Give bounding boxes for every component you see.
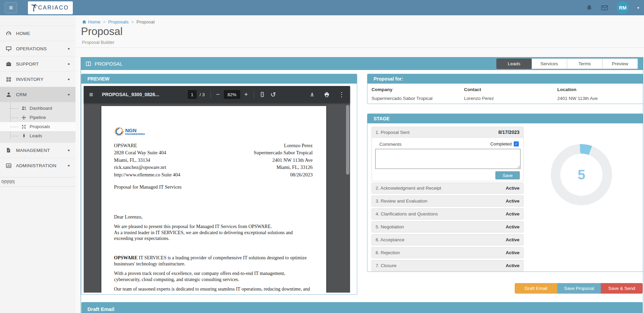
sidebar-item-pipeline[interactable]: Pipeline: [0, 113, 76, 122]
breadcrumb-home-link[interactable]: Home: [82, 19, 100, 24]
status-badge: Active: [506, 224, 519, 229]
pdf-filename: PROPOSAL_9300_0826...: [102, 92, 169, 97]
home-icon: [82, 20, 86, 24]
preview-panel-header: PREVIEW: [81, 74, 357, 84]
status-badge: Active: [506, 237, 519, 242]
sidebar-toggle-button[interactable]: ≡: [5, 2, 17, 13]
doc-sender-block: OPSWARE 2828 Coral Way Suite 404 Miami, …: [114, 142, 180, 178]
sidebar-item-crm[interactable]: CRM ◄: [0, 87, 76, 102]
proposal-for-panel: Proposal for: Company Supermercado Sabor…: [367, 74, 643, 104]
app-logo[interactable]: CARIACO: [28, 1, 73, 14]
sidebar-item-administration[interactable]: ADMINISTRATION ◄: [0, 158, 76, 173]
stage-row-proposal-sent[interactable]: 1. Proposal Sent 8/17/2023: [371, 127, 524, 138]
stage-row[interactable]: 6. Rejection Active: [371, 247, 524, 258]
tab-preview[interactable]: Preview: [602, 58, 638, 69]
doc-logo-line2: ENGINEERING: [125, 133, 145, 136]
user-icon: [5, 92, 12, 98]
page-title: Proposal: [81, 25, 122, 38]
sidebar-item-home[interactable]: HOME: [0, 25, 76, 41]
sidebar-item-leads[interactable]: Leads: [0, 131, 76, 140]
tab-terms[interactable]: Terms: [567, 58, 602, 69]
draft-email-button[interactable]: Draft Email: [515, 283, 557, 294]
tab-services[interactable]: Services: [532, 58, 567, 69]
comments-label: Comments: [379, 142, 401, 147]
doc-paragraph: With a proven track record of excellence…: [114, 271, 313, 282]
rotate-icon[interactable]: ↺: [270, 91, 276, 98]
pdf-page-total: / 3: [200, 92, 205, 97]
messages-envelope-icon[interactable]: [601, 4, 608, 11]
qrcode-icon: [5, 76, 12, 82]
location-field: Location 2401 NW 113th Ave: [557, 87, 598, 101]
completed-checkbox[interactable]: ✓: [514, 141, 519, 146]
sidebar-item-management[interactable]: MANAGEMENT ◄: [0, 142, 76, 158]
status-badge: Active: [506, 211, 519, 216]
expand-arrows-icon: [21, 124, 27, 129]
sidebar-item-dashboard[interactable]: Dashboard: [0, 104, 76, 113]
chevron-left-icon: ◄: [67, 164, 70, 167]
sidebar-subitem-label: Pipeline: [30, 115, 46, 120]
pdf-page-input[interactable]: 1: [188, 90, 197, 99]
stage-panel: STAGE 1. Proposal Sent 8/17/2023 Comment…: [367, 114, 643, 272]
status-badge: Active: [506, 263, 519, 268]
breadcrumb: Home > Proposals > Proposal: [82, 19, 154, 24]
tab-leads[interactable]: Leads: [496, 58, 532, 69]
fit-to-page-icon[interactable]: [260, 92, 265, 97]
sidebar-footer-counters: 0|0|0|0|: [0, 177, 76, 187]
stage-row[interactable]: 2. Acknowledgment and Receipt Active: [371, 182, 524, 194]
page-subtitle: Proposal Builder: [82, 40, 114, 45]
doc-logo-line1: NGN: [125, 128, 145, 133]
status-badge: Active: [506, 198, 519, 204]
pdf-menu-icon[interactable]: ≡: [89, 91, 93, 99]
doc-recipient-block: Lorenzo Perez Supermercado Sabor Tropica…: [254, 142, 313, 178]
preview-panel: PREVIEW ≡ PROPOSAL_9300_0826... 1 / 3 − …: [81, 74, 357, 295]
pdf-zoom-level[interactable]: 82%: [224, 90, 240, 99]
pdf-scrollbar-thumb[interactable]: [346, 105, 349, 175]
sidebar-item-inventory[interactable]: INVENTORY ◄: [0, 71, 76, 87]
download-icon[interactable]: [309, 92, 315, 98]
proposal-panel-header: PROPOSAL Leads Services Terms Preview: [81, 57, 643, 70]
sidebar-item-support[interactable]: SUPPORT ◄: [0, 56, 76, 71]
brand-name: CARIACO: [38, 5, 69, 11]
stage-row[interactable]: 3. Review and Evaluation Active: [371, 195, 524, 207]
doc-salutation: Dear Lorenzo,: [114, 214, 143, 220]
stage-row[interactable]: 4. Clarifications and Questions Active: [371, 208, 524, 220]
stage-date: 8/17/2023: [498, 129, 519, 135]
breadcrumb-separator: >: [103, 20, 105, 24]
tachometer-icon: [5, 31, 12, 36]
status-badge: Active: [506, 186, 519, 191]
bar-chart-icon: [5, 163, 12, 169]
save-proposal-button[interactable]: Save Proposal: [557, 283, 601, 294]
toolbar-divider: [211, 91, 211, 98]
stage-donut-value: 5: [578, 167, 585, 182]
crm-submenu: Dashboard Pipeline Proposals Leads: [0, 102, 76, 142]
stage-donut-hole: 5: [560, 154, 602, 196]
chevron-left-icon: ◄: [67, 149, 70, 152]
stage-row[interactable]: 7. Closure Active: [371, 260, 524, 271]
pdf-toolbar: ≡ PROPOSAL_9300_0826... 1 / 3 − 82% + ↺: [84, 86, 350, 103]
doc-paragraph: OPSWARE IT SERVICES is a leading provide…: [114, 255, 313, 267]
contact-field: Contact Lorenzo Perez: [464, 87, 494, 101]
proposal-for-header: Proposal for:: [367, 74, 643, 84]
file-text-icon: [5, 147, 12, 153]
stage-row[interactable]: 6. Acceptance Active: [371, 234, 524, 245]
sidebar-subitem-label: Dashboard: [30, 106, 52, 111]
sidebar-item-operations[interactable]: OPERATIONS ◄: [0, 41, 76, 56]
user-menu-chevron-icon[interactable]: ▾: [637, 5, 639, 10]
action-buttons: Draft Email Save Proposal Save & Send: [515, 283, 643, 294]
zoom-out-icon[interactable]: −: [216, 91, 220, 98]
save-button[interactable]: Save: [495, 171, 520, 179]
stage-donut: 5: [551, 144, 612, 205]
user-avatar[interactable]: RM: [616, 1, 629, 14]
stage-row[interactable]: 5. Negotiation Active: [371, 221, 524, 232]
save-and-send-button[interactable]: Save & Send: [601, 283, 643, 294]
print-icon[interactable]: [324, 92, 330, 98]
sidebar-item-label: SUPPORT: [16, 62, 67, 67]
zoom-in-icon[interactable]: +: [244, 91, 248, 98]
draft-email-panel-header[interactable]: Draft Email: [81, 302, 643, 313]
comments-textarea[interactable]: [375, 149, 521, 169]
more-vertical-icon[interactable]: ⋮: [338, 91, 345, 98]
notifications-bell-icon[interactable]: [586, 4, 593, 11]
proposal-panel: PROPOSAL Leads Services Terms Preview PR…: [81, 57, 643, 313]
breadcrumb-proposals-link[interactable]: Proposals: [108, 19, 129, 24]
sidebar-item-proposals[interactable]: Proposals: [0, 122, 76, 131]
